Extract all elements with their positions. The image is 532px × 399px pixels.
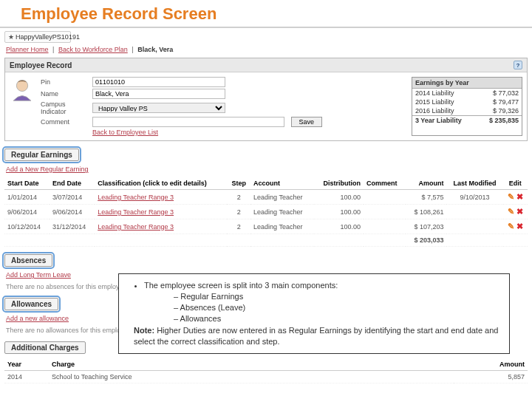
explanation-callout: The employee screen is split into 3 main… (118, 273, 510, 354)
tab-additional-charges[interactable]: Additional Charges (4, 341, 86, 354)
cell-dist: 100.00 (314, 205, 364, 219)
cell-amount: $ 7,575 (406, 190, 446, 205)
charges-table: Year Charge Amount 2014 School to Teachi… (4, 358, 528, 383)
slide-title: Employee Record Screen (0, 0, 532, 28)
help-icon[interactable]: ? (514, 61, 522, 69)
cell-class-link[interactable]: Leading Teacher Range 3 (95, 190, 227, 205)
callout-line1: The employee screen is split into 3 main… (144, 281, 338, 290)
col-year: Year (4, 358, 49, 371)
col-charge: Charge (49, 358, 454, 371)
name-label: Name (41, 90, 92, 98)
cell-class-link[interactable]: Leading Teacher Range 3 (95, 219, 227, 234)
panel-title: Employee Record (10, 61, 72, 69)
earnings-row-label: 2015 Liability (415, 98, 454, 106)
cell-class-link[interactable]: Leading Teacher Range 3 (95, 205, 227, 219)
name-field[interactable] (92, 89, 225, 99)
edit-icon[interactable]: ✎ (508, 222, 514, 231)
save-button[interactable]: Save (291, 117, 323, 127)
col-dist: Distribution (314, 177, 364, 190)
employee-record-panel: Employee Record ? Pin Name Campus Indica… (4, 58, 528, 141)
earnings-row-label: 2014 Liability (415, 89, 454, 97)
cell-modified (446, 219, 502, 234)
callout-bullet: Regular Earnings (180, 292, 243, 301)
campus-selector-text: HappyValleyPS10191 (16, 33, 80, 41)
table-row: 2014 School to Teaching Service 5,857 (4, 371, 528, 383)
cell-total: $ 203,033 (406, 234, 446, 247)
callout-bullet: Allowances (180, 314, 222, 323)
add-regular-earning-link[interactable]: Add a New Regular Earning (6, 166, 526, 173)
campus-label: Campus Indicator (41, 100, 92, 115)
col-amount: Amount (406, 177, 446, 190)
svg-point-0 (16, 80, 27, 91)
col-charge-amount: Amount (454, 358, 528, 371)
pin-field[interactable] (92, 77, 225, 87)
delete-icon[interactable]: ✖ (516, 222, 523, 231)
cell-dist: 100.00 (314, 219, 364, 234)
cell-end: 3/07/2014 (50, 190, 95, 205)
cell-modified: 9/10/2013 (446, 190, 502, 205)
col-modified: Last Modified (446, 177, 502, 190)
earnings-row-value: $ 79,477 (493, 98, 519, 106)
cell-account: Leading Teacher (250, 219, 314, 234)
cell-amount: $ 108,261 (406, 205, 446, 219)
breadcrumb-current: Black, Vera (137, 46, 173, 53)
cell-charge-amount: 5,857 (454, 371, 528, 383)
cell-step: 2 (227, 219, 250, 234)
table-row: 1/01/2014 3/07/2014 Leading Teacher Rang… (4, 190, 528, 205)
cell-end: 9/06/2014 (50, 205, 95, 219)
regular-earnings-table: Start Date End Date Classification (clic… (4, 177, 528, 247)
breadcrumb: Planner Home | Back to Workforce Plan | … (6, 46, 526, 53)
cell-step: 2 (227, 190, 250, 205)
cell-amount: $ 107,203 (406, 219, 446, 234)
table-row: 10/12/2014 31/12/2014 Leading Teacher Ra… (4, 219, 528, 234)
cell-account: Leading Teacher (250, 205, 314, 219)
breadcrumb-home[interactable]: Planner Home (6, 46, 49, 53)
cell-start: 1/01/2014 (4, 190, 50, 205)
edit-icon[interactable]: ✎ (508, 207, 514, 216)
earnings-row-label: 2016 Liability (415, 107, 454, 115)
pin-label: Pin (41, 78, 92, 86)
cell-account: Leading Teacher (250, 190, 314, 205)
tab-allowances[interactable]: Allowances (4, 298, 58, 310)
cell-dist: 100.00 (314, 190, 364, 205)
cell-comment (364, 205, 406, 219)
cell-charge: School to Teaching Service (49, 371, 454, 383)
col-edit: Edit (503, 177, 528, 190)
earnings-header: Earnings by Year (412, 78, 522, 89)
comment-label: Comment (41, 118, 92, 126)
callout-bullet: Absences (Leave) (180, 303, 246, 312)
tab-absences[interactable]: Absences (4, 254, 52, 267)
campus-selector[interactable]: ★HappyValleyPS10191 (4, 31, 71, 43)
cell-comment (364, 219, 406, 234)
col-step: Step (227, 177, 250, 190)
earnings-total-value: $ 235,835 (489, 117, 519, 124)
earnings-total-label: 3 Year Liability (415, 117, 462, 124)
edit-icon[interactable]: ✎ (508, 192, 514, 201)
earnings-by-year-box: Earnings by Year 2014 Liability$ 77,032 … (412, 77, 522, 136)
cell-end: 31/12/2014 (50, 219, 95, 234)
col-class: Classification (click to edit details) (95, 177, 227, 190)
col-end: End Date (50, 177, 95, 190)
callout-note-label: Note: (134, 326, 154, 335)
earnings-row-value: $ 79,326 (493, 107, 519, 115)
avatar (10, 77, 35, 102)
delete-icon[interactable]: ✖ (516, 207, 523, 216)
cell-start: 10/12/2014 (4, 219, 50, 234)
col-start: Start Date (4, 177, 50, 190)
cell-start: 9/06/2014 (4, 205, 50, 219)
earnings-row-value: $ 77,032 (493, 89, 519, 97)
back-to-list-link[interactable]: Back to Employee List (92, 129, 406, 136)
cell-comment (364, 190, 406, 205)
tab-regular-earnings[interactable]: Regular Earnings (4, 149, 79, 161)
delete-icon[interactable]: ✖ (516, 192, 523, 201)
campus-select[interactable]: Happy Valley PS (92, 103, 225, 113)
table-total-row: $ 203,033 (4, 234, 528, 247)
callout-note-text: Higher Duties are now entered in as Regu… (134, 326, 498, 346)
col-account: Account (250, 177, 314, 190)
cell-step: 2 (227, 205, 250, 219)
cell-year: 2014 (4, 371, 49, 383)
cell-modified (446, 205, 502, 219)
breadcrumb-back[interactable]: Back to Workforce Plan (58, 46, 128, 53)
comment-field[interactable] (92, 117, 284, 127)
col-comment: Comment (364, 177, 406, 190)
